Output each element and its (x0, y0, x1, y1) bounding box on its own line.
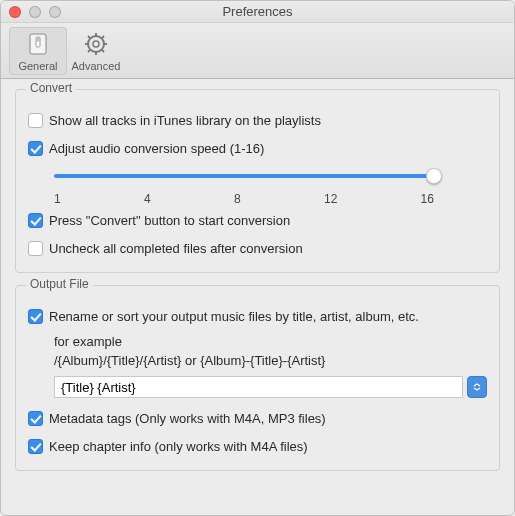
metadata-checkbox[interactable] (28, 411, 43, 426)
titlebar: Preferences (1, 1, 514, 23)
uncheck-completed-checkbox[interactable] (28, 241, 43, 256)
tick-16: 16 (421, 192, 434, 206)
slider-ticks: 1 4 8 12 16 (54, 192, 434, 206)
tick-1: 1 (54, 192, 61, 206)
pattern-input[interactable] (54, 376, 463, 398)
speed-slider-wrap: 1 4 8 12 16 (54, 166, 434, 206)
svg-line-9 (88, 36, 90, 38)
speed-slider[interactable] (54, 166, 434, 186)
preferences-window: Preferences General (0, 0, 515, 516)
adjust-speed-label: Adjust audio conversion speed (1-16) (49, 141, 264, 156)
show-all-tracks-label: Show all tracks in iTunes library on the… (49, 113, 321, 128)
example-label: for example (54, 334, 487, 349)
adjust-speed-checkbox[interactable] (28, 141, 43, 156)
svg-line-11 (88, 50, 90, 52)
convert-group-label: Convert (26, 81, 76, 95)
tick-12: 12 (324, 192, 337, 206)
preferences-toolbar: General Advanced (1, 23, 514, 79)
pattern-dropdown-button[interactable] (467, 376, 487, 398)
rename-checkbox[interactable] (28, 309, 43, 324)
traffic-lights (1, 6, 61, 18)
tab-general[interactable]: General (9, 27, 67, 75)
chevron-down-icon (473, 382, 481, 392)
rename-label: Rename or sort your output music files b… (49, 309, 419, 324)
tab-advanced[interactable]: Advanced (67, 27, 125, 75)
chapter-checkbox[interactable] (28, 439, 43, 454)
output-file-group: Output File Rename or sort your output m… (15, 285, 500, 471)
tick-8: 8 (234, 192, 241, 206)
output-file-group-label: Output File (26, 277, 93, 291)
close-window-button[interactable] (9, 6, 21, 18)
press-convert-checkbox[interactable] (28, 213, 43, 228)
tick-4: 4 (144, 192, 151, 206)
minimize-window-button[interactable] (29, 6, 41, 18)
convert-group: Convert Show all tracks in iTunes librar… (15, 89, 500, 273)
metadata-label: Metadata tags (Only works with M4A, MP3 … (49, 411, 326, 426)
switch-icon (25, 31, 51, 57)
uncheck-completed-label: Uncheck all completed files after conver… (49, 241, 303, 256)
slider-fill (54, 174, 434, 178)
svg-point-4 (93, 41, 99, 47)
tab-advanced-label: Advanced (72, 60, 121, 72)
show-all-tracks-checkbox[interactable] (28, 113, 43, 128)
press-convert-label: Press "Convert" button to start conversi… (49, 213, 290, 228)
slider-track (54, 174, 434, 178)
gear-icon (83, 31, 109, 57)
svg-line-10 (102, 50, 104, 52)
svg-rect-2 (37, 37, 40, 41)
example-path: /{Album}/{Title}/{Artist} or {Album}-{Ti… (54, 353, 487, 368)
chapter-label: Keep chapter info (only works with M4A f… (49, 439, 308, 454)
tab-general-label: General (18, 60, 57, 72)
zoom-window-button[interactable] (49, 6, 61, 18)
svg-line-12 (102, 36, 104, 38)
slider-thumb[interactable] (426, 168, 442, 184)
content-area: Convert Show all tracks in iTunes librar… (1, 79, 514, 515)
window-title: Preferences (1, 4, 514, 19)
